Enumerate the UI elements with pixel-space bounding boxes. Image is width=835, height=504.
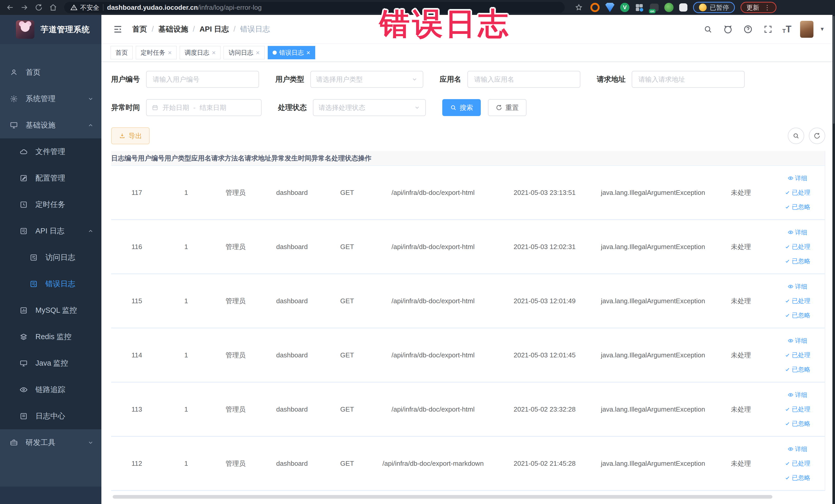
app-name-input[interactable]	[467, 71, 581, 88]
user-avatar[interactable]	[800, 21, 813, 38]
mark-ignored-link[interactable]: 已忽略	[785, 203, 810, 211]
reset-button[interactable]: 重置	[488, 99, 527, 116]
avatar-caret-icon[interactable]: ▼	[820, 26, 825, 32]
detail-link[interactable]: 详细	[788, 282, 807, 291]
cell-exception-name: java.lang.IllegalArgumentException	[595, 297, 712, 305]
extension-on-badge-icon[interactable]: on	[650, 4, 659, 11]
req-url-input[interactable]	[632, 71, 745, 88]
fullscreen-icon[interactable]	[762, 24, 774, 35]
horizontal-scrollbar-thumb[interactable]	[113, 495, 772, 499]
sidebar-item-home[interactable]: 首页	[0, 59, 101, 85]
mark-processed-link[interactable]: 已处理	[785, 243, 810, 251]
detail-link[interactable]: 详细	[788, 445, 807, 453]
table-column-header: 日志编号	[111, 154, 138, 163]
extension-orange-icon[interactable]	[590, 3, 599, 12]
cell-request-url: /api/infra/db-doc/export-html	[371, 297, 495, 305]
cell-exception-time: 2021-05-03 23:13:51	[495, 189, 595, 197]
mark-processed-link[interactable]: 已处理	[785, 297, 810, 305]
cell-status: 未处理	[711, 459, 770, 468]
update-button[interactable]: 更新 ⋮	[740, 2, 776, 13]
tag-scheduled-tasks[interactable]: 定时任务×	[136, 46, 177, 59]
close-icon[interactable]: ×	[212, 49, 216, 56]
sidebar-item-system[interactable]: 系统管理	[0, 85, 101, 112]
sidebar-item-error-log[interactable]: 错误日志	[0, 270, 101, 297]
app-logo	[16, 20, 34, 39]
app-logo-row[interactable]: 芋道管理系统	[0, 15, 101, 44]
user-type-select[interactable]: 请选择用户类型	[310, 71, 423, 88]
font-size-icon[interactable]: TT	[782, 25, 791, 34]
not-secure-icon[interactable]	[70, 4, 78, 11]
eye-icon	[20, 386, 28, 394]
extension-v-icon[interactable]: V	[620, 3, 629, 12]
export-button[interactable]: 导出	[111, 127, 150, 144]
search-button[interactable]: 搜索	[442, 99, 481, 116]
paused-badge[interactable]: 已暂停	[693, 2, 735, 13]
sidebar-item-access-log[interactable]: 访问日志	[0, 244, 101, 270]
extension-shield-icon[interactable]	[605, 3, 614, 12]
sidebar-item-scheduled-tasks[interactable]: 定时任务	[0, 191, 101, 218]
browser-reload-icon[interactable]	[33, 2, 45, 13]
sidebar-item-redis-monitor[interactable]: Redis 监控	[0, 323, 101, 350]
detail-link[interactable]: 详细	[788, 174, 807, 182]
browser-forward-icon[interactable]	[19, 2, 30, 13]
browser-back-icon[interactable]	[4, 2, 16, 13]
cell-method: GET	[323, 243, 371, 251]
breadcrumb-home[interactable]: 首页	[132, 24, 147, 35]
address-url[interactable]: dashboard.yudao.iocoder.cn/infra/log/api…	[107, 4, 262, 12]
mark-processed-link[interactable]: 已处理	[785, 405, 810, 414]
tag-home[interactable]: 首页	[110, 46, 133, 59]
refresh-button[interactable]	[809, 127, 825, 144]
sidebar-item-mysql-monitor[interactable]: MySQL 监控	[0, 297, 101, 323]
extension-grid-icon[interactable]	[635, 3, 644, 12]
sidebar-item-infra[interactable]: 基础设施	[0, 112, 101, 138]
cell-user-type: 管理员	[210, 188, 261, 197]
close-icon[interactable]: ×	[256, 49, 260, 56]
close-icon[interactable]: ×	[168, 49, 172, 56]
extensions-puzzle-icon[interactable]	[679, 3, 687, 12]
bookmark-star-icon[interactable]	[573, 2, 585, 13]
detail-link[interactable]: 详细	[788, 228, 807, 237]
browser-home-icon[interactable]	[47, 2, 59, 13]
sidebar-item-tracing[interactable]: 链路追踪	[0, 377, 101, 403]
date-range-picker[interactable]: 开始日期 - 结束日期	[146, 99, 262, 116]
breadcrumb-infra[interactable]: 基础设施	[158, 24, 188, 35]
tag-error-log[interactable]: 错误日志×	[268, 46, 315, 59]
toggle-search-button[interactable]	[788, 127, 804, 144]
header-search-icon[interactable]	[702, 24, 714, 35]
cell-request-url: /api/infra/db-doc/export-html	[371, 189, 495, 197]
mark-processed-link[interactable]: 已处理	[785, 188, 810, 197]
mark-ignored-link[interactable]: 已忽略	[785, 311, 810, 319]
help-question-icon[interactable]	[742, 24, 754, 35]
detail-link[interactable]: 详细	[788, 337, 807, 345]
sidebar-item-dev-tools[interactable]: 研发工具	[0, 429, 101, 456]
sidebar-item-config-management[interactable]: 配置管理	[0, 165, 101, 191]
window-scrollbar[interactable]	[832, 15, 835, 504]
detail-link[interactable]: 详细	[788, 391, 807, 399]
cell-exception-name: java.lang.IllegalArgumentException	[595, 460, 712, 467]
sidebar-item-log-center[interactable]: 日志中心	[0, 403, 101, 429]
mark-ignored-link[interactable]: 已忽略	[785, 474, 810, 482]
mark-ignored-link[interactable]: 已忽略	[785, 257, 810, 265]
mark-processed-link[interactable]: 已处理	[785, 459, 810, 467]
extension-leaf-icon[interactable]	[664, 3, 674, 12]
sidebar-item-api-log[interactable]: API 日志	[0, 218, 101, 244]
sidebar-item-java-monitor[interactable]: Java 监控	[0, 350, 101, 377]
cell-log-id: 116	[111, 243, 162, 251]
hamburger-icon[interactable]	[110, 22, 125, 37]
mark-ignored-link[interactable]: 已忽略	[785, 365, 810, 374]
status-select[interactable]: 请选择处理状态	[313, 99, 426, 116]
github-icon[interactable]	[722, 24, 734, 35]
mark-processed-link[interactable]: 已处理	[785, 351, 810, 359]
tag-dispatch-log[interactable]: 调度日志×	[180, 46, 221, 59]
cell-exception-time: 2021-05-03 12:01:49	[495, 297, 595, 305]
sidebar-item-file-management[interactable]: 文件管理	[0, 138, 101, 165]
close-icon[interactable]: ×	[306, 49, 310, 56]
chevron-down-icon	[87, 96, 94, 102]
tag-access-log[interactable]: 访问日志×	[224, 46, 264, 59]
scrollbar-thumb[interactable]	[833, 16, 834, 124]
user-no-input[interactable]	[146, 71, 259, 88]
overlay-annotation-title: 错误日志	[380, 4, 511, 45]
breadcrumb-api-log[interactable]: API 日志	[200, 24, 229, 35]
browser-menu-kebab-icon[interactable]: ⋮	[764, 4, 771, 12]
mark-ignored-link[interactable]: 已忽略	[785, 420, 810, 428]
